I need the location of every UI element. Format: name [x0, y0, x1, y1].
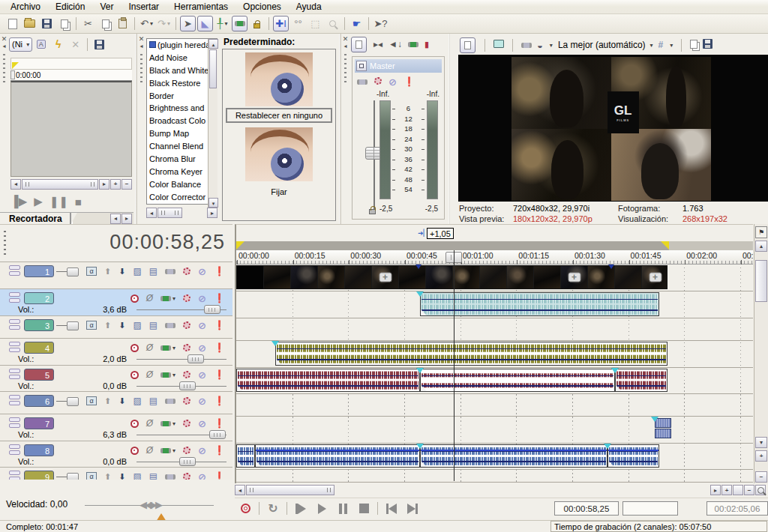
video-event[interactable]: +++ [236, 265, 668, 289]
volume-slider[interactable] [136, 386, 226, 387]
audio-event[interactable] [420, 369, 615, 392]
track-header-9[interactable]: 9α⬆⬇▨▤⊘❗ [0, 467, 232, 480]
lock-envelopes-button[interactable] [232, 16, 248, 31]
level-slider-icon[interactable] [56, 401, 79, 402]
automation-gear-icon[interactable] [183, 473, 190, 480]
auto-ripple-button[interactable]: ✚I [273, 16, 289, 31]
menu-herramientas[interactable]: Herramientas [166, 0, 236, 13]
scroll-right-icon[interactable]: ▸ [710, 485, 721, 495]
trimmer-marker-bar[interactable] [10, 58, 132, 70]
solo-icon[interactable]: ❗ [214, 396, 225, 406]
menu-ayuda[interactable]: Ayuda [289, 0, 329, 13]
track-header-6[interactable]: 6α⬆⬇▨▤⊘❗ [0, 391, 232, 414]
close-icon[interactable]: ✕ [341, 35, 350, 43]
parent-motion-icon[interactable]: ⬆ [104, 321, 111, 330]
plugin-item[interactable]: Bump Map [147, 127, 217, 140]
scroll-up-icon[interactable]: ▴ [755, 241, 767, 252]
trimmer-scroll-thumb[interactable] [22, 179, 98, 190]
video-fx-icon[interactable] [521, 40, 532, 50]
tab-prev-icon[interactable]: ◂ [110, 214, 121, 224]
solo-icon[interactable]: ❗ [214, 445, 225, 456]
copy-button[interactable] [98, 16, 113, 31]
plugin-item[interactable]: Add Noise [147, 52, 217, 64]
tab-next-icon[interactable]: ▸ [122, 214, 132, 224]
save-project-button[interactable] [39, 16, 55, 31]
level-slider-icon[interactable] [56, 271, 79, 272]
volume-slider[interactable] [136, 462, 226, 462]
compositing-icon[interactable]: α [86, 396, 97, 405]
menu-archivo[interactable]: Archivo [3, 0, 48, 13]
volume-handle[interactable] [209, 430, 226, 439]
loop-region[interactable] [236, 241, 669, 250]
parent-motion-icon[interactable]: ⬆ [104, 267, 111, 276]
track-header-5[interactable]: 5Ø▾⊘❗Vol.:0,0 dB [0, 365, 232, 391]
volume-handle[interactable] [204, 305, 220, 314]
audio-event[interactable] [420, 292, 659, 316]
scroll-thumb[interactable] [209, 49, 217, 88]
selection-time-field[interactable] [622, 501, 678, 516]
compositing-icon[interactable]: α [86, 472, 97, 480]
fx-connector-icon[interactable]: ▾ [160, 420, 176, 427]
timeline-track-8[interactable] [236, 444, 753, 470]
menu-edición[interactable]: Edición [48, 0, 92, 13]
mute-icon[interactable]: Ø [146, 293, 153, 303]
loop-start-marker[interactable] [236, 241, 244, 250]
timeline-track-5[interactable] [236, 368, 753, 394]
plugin-item[interactable]: Channel Blend [147, 140, 217, 153]
volume-envelope[interactable] [256, 450, 419, 451]
external-monitor-icon[interactable] [494, 40, 504, 50]
interaction-hand-button[interactable]: ☛ [349, 16, 364, 31]
end-time-field[interactable]: 00:02:05,06 [706, 501, 768, 516]
record-arm-icon[interactable] [130, 371, 139, 379]
cut-button[interactable]: ✂ [80, 16, 96, 31]
bypass-icon[interactable]: ⊘ [198, 418, 206, 429]
mute-icon[interactable]: ⊘ [388, 76, 397, 88]
scroll-right-icon[interactable]: ▸ [207, 208, 218, 218]
cursor-time-field[interactable]: 00:00:58,25 [554, 501, 619, 516]
collapse-icon[interactable]: ◂ [0, 43, 8, 49]
fx-connector-icon[interactable] [165, 269, 176, 274]
composite-mode-icon[interactable]: ▤ [149, 266, 158, 276]
redo-button[interactable]: ↷▾ [156, 16, 172, 31]
plugin-list[interactable]: (plugin heredadoAdd NoiseBlack and White… [146, 38, 218, 205]
compositing-icon[interactable]: α [86, 267, 97, 276]
timeline-track-1[interactable]: +++ [236, 265, 753, 291]
pause-button[interactable] [333, 501, 352, 517]
master-fader[interactable] [374, 100, 375, 213]
collapse-icon[interactable]: ◂ [137, 43, 146, 49]
go-to-end-button[interactable] [403, 501, 422, 517]
composite-mode-icon[interactable]: ▤ [149, 320, 158, 330]
track-minimize-icon[interactable] [9, 369, 22, 381]
solo-icon[interactable]: ❗ [214, 471, 225, 480]
solo-icon[interactable]: ❗ [214, 320, 225, 330]
downmix-icon[interactable]: ▸◂ [374, 39, 382, 49]
trimmer-canvas[interactable] [10, 81, 132, 177]
compositing-icon[interactable]: α [86, 321, 97, 330]
bypass-motion-blur-icon[interactable]: ▨ [133, 471, 141, 480]
collapse-icon[interactable]: ◂ [341, 43, 350, 49]
plugin-item[interactable]: Color Corrector [147, 191, 217, 204]
track-header-4[interactable]: 4Ø▾⊘❗Vol.:2,0 dB [0, 338, 232, 365]
envelope-edit-tool-button[interactable]: ◣ [197, 16, 213, 31]
normal-edit-tool-button[interactable]: ➤ [180, 16, 196, 31]
mute-icon[interactable]: Ø [146, 418, 153, 429]
new-project-button[interactable] [4, 16, 20, 31]
quality-dropdown[interactable]: La mejor (automático)▾ [558, 40, 653, 50]
bypass-motion-blur-icon[interactable]: ▨ [133, 320, 141, 330]
plugin-item[interactable]: Black Restore [147, 77, 217, 90]
bypass-icon[interactable]: ⊘ [198, 445, 206, 456]
volume-envelope[interactable] [421, 450, 607, 451]
plugin-item[interactable]: Brightness and [147, 102, 217, 115]
timeline-track-4[interactable] [236, 341, 753, 368]
scroll-left-icon[interactable]: ◂ [146, 208, 157, 218]
record-arm-icon[interactable] [130, 420, 139, 428]
mute-icon[interactable]: Ø [146, 369, 153, 380]
go-to-start-button[interactable] [382, 501, 401, 517]
media-dropdown[interactable]: (Ni ▾ [9, 37, 32, 52]
timeline-time-display[interactable]: 00:00:58,25 [110, 231, 225, 254]
volume-handle[interactable] [188, 354, 204, 363]
volume-envelope[interactable] [608, 450, 658, 451]
composite-mode-icon[interactable]: ▤ [149, 471, 158, 480]
track-minimize-icon[interactable] [9, 342, 22, 354]
track-minimize-icon[interactable] [9, 265, 22, 277]
